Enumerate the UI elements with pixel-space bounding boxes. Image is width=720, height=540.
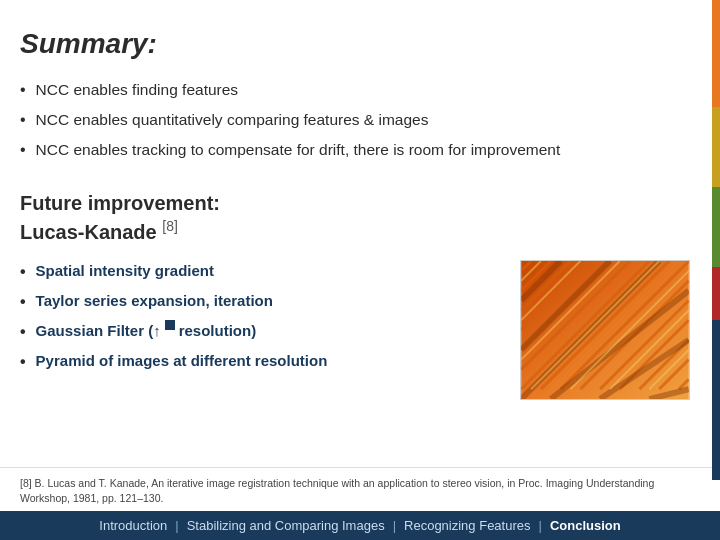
nav-stabilizing[interactable]: Stabilizing and Comparing Images	[187, 518, 385, 533]
lucas-kanade-image	[520, 260, 690, 400]
future-bullets: Spatial intensity gradient Taylor series…	[20, 260, 500, 396]
slide-title: Summary:	[20, 28, 690, 60]
accent-segment-1	[712, 0, 720, 107]
nav-separator-1: |	[175, 518, 178, 533]
nav-separator-3: |	[539, 518, 542, 533]
lower-section: Spatial intensity gradient Taylor series…	[20, 260, 690, 400]
summary-bullet-3: NCC enables tracking to compensate for d…	[20, 138, 690, 162]
summary-bullet-2: NCC enables quantitatively comparing fea…	[20, 108, 690, 132]
slide: Summary: NCC enables finding features NC…	[0, 0, 720, 540]
footer-navigation: Introduction | Stabilizing and Comparing…	[0, 511, 720, 540]
nav-conclusion[interactable]: Conclusion	[550, 518, 621, 533]
accent-segment-4	[712, 267, 720, 320]
svg-rect-0	[521, 261, 689, 399]
nav-separator-2: |	[393, 518, 396, 533]
accent-segment-3	[712, 187, 720, 267]
reference-text: [8] B. Lucas and T. Kanade, An iterative…	[20, 477, 654, 505]
accent-segment-5	[712, 320, 720, 480]
summary-bullets: NCC enables finding features NCC enables…	[20, 78, 690, 168]
future-bullet-3: Gaussian Filter (↑ resolution)	[20, 320, 500, 344]
future-section-title: Future improvement: Lucas-Kanade [8]	[20, 190, 690, 246]
nav-recognizing[interactable]: Recognizing Features	[404, 518, 530, 533]
summary-bullet-1: NCC enables finding features	[20, 78, 690, 102]
nav-introduction[interactable]: Introduction	[99, 518, 167, 533]
accent-segment-2	[712, 107, 720, 187]
accent-bar	[712, 0, 720, 480]
reference-section: [8] B. Lucas and T. Kanade, An iterative…	[0, 467, 720, 512]
future-bullet-2: Taylor series expansion, iteration	[20, 290, 500, 314]
future-bullet-1: Spatial intensity gradient	[20, 260, 500, 284]
main-content: Summary: NCC enables finding features NC…	[0, 0, 720, 467]
future-bullet-4: Pyramid of images at different resolutio…	[20, 350, 500, 374]
